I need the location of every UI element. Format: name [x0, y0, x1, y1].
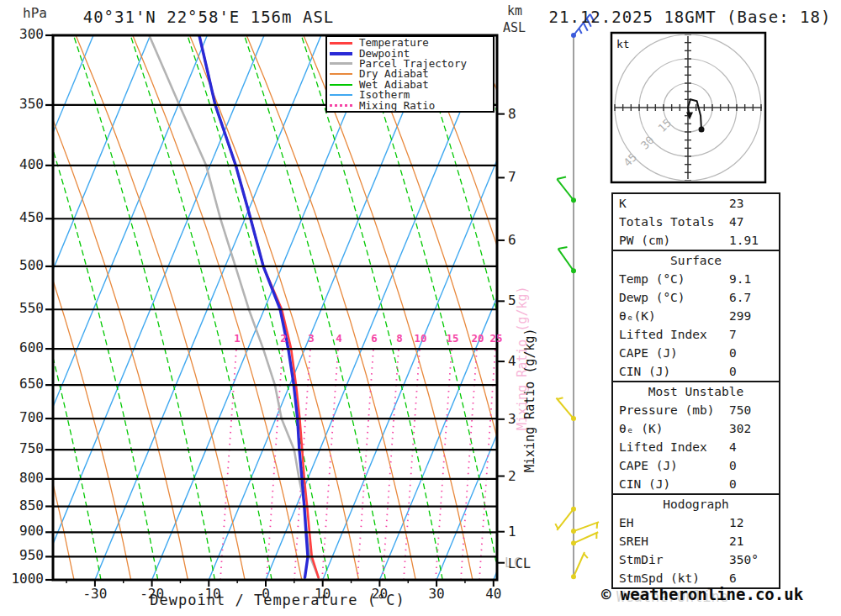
pressure-unit-label: hPa	[23, 5, 47, 21]
km-tick-label: 7	[508, 169, 516, 185]
table-row-label: StmDir	[619, 550, 729, 569]
pressure-tick-label: 900	[10, 523, 44, 539]
table-row-label: Lifted Index	[619, 438, 729, 456]
km-tick-label: 2	[508, 468, 516, 484]
table-row-label: θₑ (K)	[619, 419, 729, 438]
table-row-label: Dewp (°C)	[619, 288, 729, 307]
table-row: Temp (°C)9.1	[613, 270, 779, 288]
pressure-tick-label: 300	[10, 26, 44, 42]
index-table: K23Totals Totals47PW (cm)1.91	[611, 192, 780, 251]
table-row: EH12	[613, 513, 779, 532]
table-row-value: 350°	[729, 550, 779, 569]
table-row: PW (cm)1.91	[613, 231, 779, 250]
table-row-value: 750	[729, 401, 779, 419]
legend-row: Wet Adiabat	[330, 80, 493, 90]
temp-tick-label: 30	[415, 586, 458, 602]
table-row-label: PW (cm)	[619, 231, 729, 250]
temp-tick-label: 20	[357, 586, 401, 602]
asl-unit-label: ASL	[503, 20, 526, 35]
mixing-ratio-tick-label: 3	[300, 332, 322, 345]
km-tick-label: 1	[508, 524, 516, 540]
temp-tick-label: -10	[187, 586, 230, 602]
km-tick-label: 3	[508, 411, 516, 427]
table-row: SREH21	[613, 532, 779, 550]
table-row: θₑ(K)299	[613, 307, 779, 325]
mixing-ratio-tick-label: 4	[328, 332, 350, 345]
legend-row: Mixing Ratio	[330, 100, 493, 110]
table-row-label: CAPE (J)	[619, 344, 729, 362]
table-row-label: CAPE (J)	[619, 456, 729, 475]
table-row-label: K	[619, 194, 729, 213]
table-row-value: 7	[729, 325, 779, 344]
table-row-label: Temp (°C)	[619, 270, 729, 288]
table-row: θₑ (K)302	[613, 419, 779, 438]
mixing-ratio-tick-label: 8	[389, 332, 410, 345]
table-row-label: Lifted Index	[619, 325, 729, 344]
plot-border	[53, 35, 497, 580]
legend-line-sample	[330, 94, 352, 96]
pressure-tick-label: 450	[10, 209, 44, 225]
table-row-value: 21	[729, 532, 779, 550]
table-row-value: 302	[729, 419, 779, 438]
table-row: CAPE (J)0	[613, 344, 779, 362]
index-table: SurfaceTemp (°C)9.1Dewp (°C)6.7θₑ(K)299L…	[611, 250, 780, 382]
table-row: CIN (J)0	[613, 475, 779, 493]
table-row-value: 12	[729, 513, 779, 532]
pressure-tick-label: 850	[10, 498, 44, 513]
hodograph-ring-label: 15	[655, 116, 674, 134]
mixing-ratio-axis-label: Mixing Ratio (g/kg)	[522, 328, 537, 472]
table-row-label: CIN (J)	[619, 475, 729, 493]
station-title: 40°31'N 22°58'E 156m ASL	[66, 8, 352, 26]
temp-tick-label: 10	[301, 586, 345, 602]
pressure-tick-label: 350	[10, 96, 44, 112]
km-unit-label: km	[507, 3, 522, 18]
table-row-label: Pressure (mb)	[619, 401, 729, 419]
mixing-ratio-tick-label: 25	[485, 332, 507, 345]
temp-tick-label: -30	[73, 586, 117, 602]
table-row: Totals Totals47	[613, 213, 779, 231]
km-tick-label: 4	[508, 353, 516, 369]
table-row-label: EH	[619, 513, 729, 532]
valid-time-title: 21.12.2025 18GMT (Base: 18)	[545, 8, 835, 26]
temp-tick-label: 0	[244, 586, 288, 602]
table-row: Lifted Index4	[613, 438, 779, 456]
table-row-value: 6.7	[729, 288, 779, 307]
table-row: Dewp (°C)6.7	[613, 288, 779, 307]
hodograph: 153045	[611, 33, 765, 182]
table-row-value: 47	[729, 213, 779, 231]
table-row-value: 0	[729, 362, 779, 381]
table-row: CIN (J)0	[613, 362, 779, 381]
table-row-value: 0	[729, 456, 779, 475]
pressure-tick-label: 700	[10, 409, 44, 425]
wind-barb	[571, 532, 598, 545]
table-row: K23	[613, 194, 779, 213]
pressure-tick-label: 800	[10, 470, 44, 486]
pressure-tick-label: 500	[10, 257, 44, 273]
table-title: Hodograph	[613, 495, 779, 513]
index-tables: K23Totals Totals47PW (cm)1.91SurfaceTemp…	[611, 194, 780, 589]
legend-line-sample	[330, 52, 352, 55]
legend-line-sample	[330, 73, 352, 75]
pressure-tick-label: 750	[10, 440, 44, 456]
legend-line-sample	[330, 104, 352, 107]
km-tick-label: 8	[508, 106, 516, 122]
temp-tick-label: 40	[472, 586, 516, 602]
mixing-ratio-tick-label: 10	[410, 332, 431, 345]
legend-label: Mixing Ratio	[359, 101, 435, 111]
table-row-label: Totals Totals	[619, 213, 729, 231]
table-row: Pressure (mb)750	[613, 401, 779, 419]
table-title: Most Unstable	[613, 382, 779, 401]
mixing-ratio-tick-label: 2	[272, 332, 294, 345]
pressure-tick-label: 950	[10, 547, 44, 563]
hodograph-ring-label: 45	[621, 150, 639, 169]
legend-row: Temperature	[330, 38, 493, 48]
pressure-tick-label: 550	[10, 300, 44, 316]
copyright-label: © weatheronline.co.uk	[589, 585, 816, 603]
table-title: Surface	[613, 251, 779, 270]
table-row: CAPE (J)0	[613, 456, 779, 475]
pressure-tick-label: 400	[10, 156, 44, 172]
dewpoint-curve	[199, 35, 308, 577]
legend-box: TemperatureDewpointParcel TrajectoryDry …	[325, 35, 495, 113]
km-tick-label: 6	[508, 232, 516, 248]
table-row-label: SREH	[619, 532, 729, 550]
